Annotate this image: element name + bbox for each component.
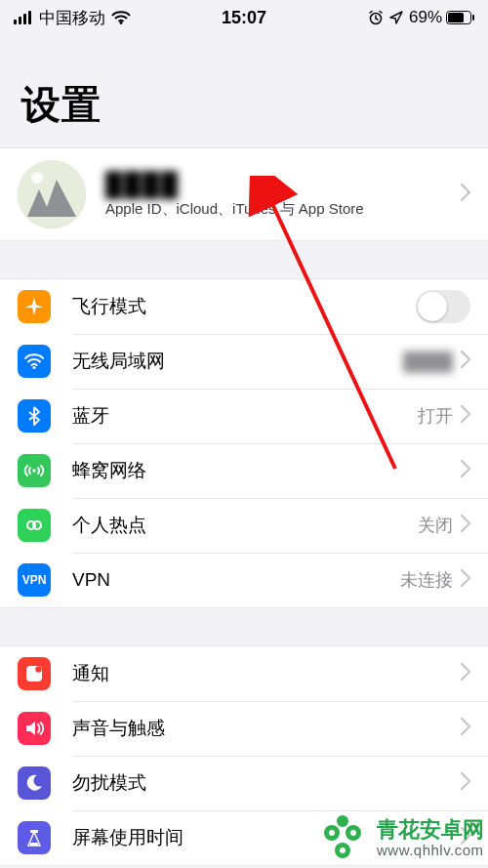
cellular-row[interactable]: 蜂窝网络 [0, 443, 488, 498]
status-time: 15:07 [0, 8, 488, 28]
wifi-settings-icon [18, 345, 51, 378]
sounds-icon [18, 712, 51, 745]
chevron-right-icon [461, 569, 470, 591]
airplane-toggle[interactable] [416, 290, 470, 323]
hotspot-value: 关闭 [418, 514, 453, 537]
bluetooth-row[interactable]: 蓝牙 打开 [0, 389, 488, 443]
vpn-label: VPN [72, 569, 110, 591]
screentime-icon [18, 821, 51, 854]
status-bar: 中国移动 15:07 69% [0, 0, 488, 35]
bluetooth-icon [18, 399, 51, 433]
vpn-row[interactable]: VPN VPN 未连接 [0, 553, 488, 607]
notifications-label: 通知 [72, 661, 109, 686]
watermark-logo-icon [316, 811, 369, 864]
profile-texts: ████ Apple ID、iCloud、iTunes 与 App Store [105, 171, 364, 219]
connectivity-group: 飞行模式 无线局域网 ████ 蓝牙 打开 蜂窝网络 [0, 278, 488, 608]
dnd-row[interactable]: 勿扰模式 [0, 756, 488, 810]
sounds-label: 声音与触感 [72, 716, 165, 741]
wifi-label: 无线局域网 [72, 349, 165, 374]
vpn-badge-text: VPN [22, 574, 47, 586]
profile-subtitle: Apple ID、iCloud、iTunes 与 App Store [105, 200, 364, 219]
svg-point-11 [32, 366, 35, 369]
chevron-right-icon [461, 663, 470, 684]
watermark-texts: 青花安卓网 www.qhhlv.com [377, 817, 484, 859]
chevron-right-icon [461, 351, 470, 372]
svg-rect-17 [30, 830, 38, 833]
notifications-icon [18, 657, 51, 690]
wifi-row[interactable]: 无线局域网 ████ [0, 334, 488, 389]
apple-id-row[interactable]: ████ Apple ID、iCloud、iTunes 与 App Store [0, 148, 488, 240]
cellular-icon [18, 454, 51, 487]
svg-point-23 [337, 815, 348, 827]
chevron-right-icon [461, 184, 470, 205]
sounds-row[interactable]: 声音与触感 [0, 701, 488, 756]
wifi-value: ████ [403, 351, 453, 372]
avatar [18, 160, 86, 228]
airplane-label: 飞行模式 [72, 294, 146, 319]
page-title: 设置 [21, 78, 467, 132]
chevron-right-icon [461, 718, 470, 739]
svg-rect-18 [30, 843, 38, 846]
bluetooth-label: 蓝牙 [72, 403, 109, 429]
dnd-icon [18, 766, 51, 800]
vpn-icon: VPN [18, 563, 51, 597]
bluetooth-value: 打开 [418, 404, 453, 428]
watermark-url: www.qhhlv.com [377, 842, 484, 858]
svg-point-10 [31, 172, 43, 184]
hotspot-row[interactable]: 个人热点 关闭 [0, 498, 488, 553]
hotspot-label: 个人热点 [72, 513, 146, 538]
watermark: 青花安卓网 www.qhhlv.com [316, 811, 484, 864]
profile-name: ████ [105, 171, 364, 198]
svg-point-26 [340, 847, 346, 853]
chevron-right-icon [461, 405, 470, 427]
settings-screen: 中国移动 15:07 69% 设置 [0, 0, 488, 868]
screentime-label: 屏幕使用时间 [72, 825, 183, 850]
svg-point-24 [329, 830, 335, 836]
notifications-row[interactable]: 通知 [0, 646, 488, 701]
svg-point-12 [32, 469, 35, 472]
hotspot-icon [18, 509, 51, 542]
chevron-right-icon [461, 515, 470, 536]
dnd-label: 勿扰模式 [72, 770, 146, 796]
vpn-value: 未连接 [400, 568, 453, 592]
watermark-title: 青花安卓网 [377, 817, 484, 842]
svg-point-16 [35, 666, 41, 672]
chevron-right-icon [461, 460, 470, 481]
page-header: 设置 [0, 35, 488, 147]
airplane-icon [18, 290, 51, 323]
airplane-mode-row[interactable]: 飞行模式 [0, 279, 488, 334]
svg-point-25 [350, 830, 356, 836]
chevron-right-icon [461, 772, 470, 794]
cellular-label: 蜂窝网络 [72, 458, 146, 483]
profile-group: ████ Apple ID、iCloud、iTunes 与 App Store [0, 147, 488, 241]
